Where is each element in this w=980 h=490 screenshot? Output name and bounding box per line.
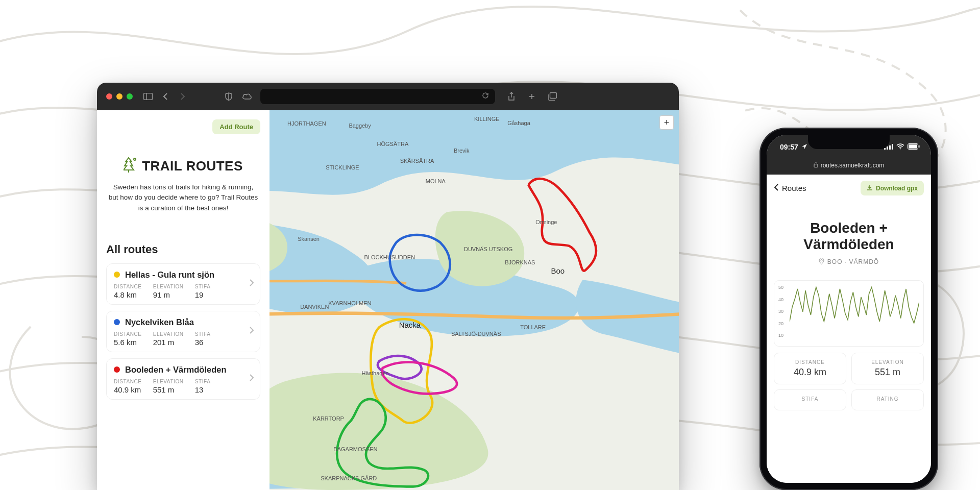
brand: TRAIL ROUTES [106,157,260,175]
browser-window: Add Route TRAIL ROUTES Sweden has tons o… [97,83,679,490]
route-location: BOO · VÄRMDÖ [767,258,931,266]
pin-icon [819,258,824,266]
brand-title: TRAIL ROUTES [142,158,243,174]
reload-icon[interactable] [482,92,489,101]
stat-box: ELEVATION551 m [851,353,924,384]
chart-y-tick: 50 [778,285,783,290]
stifa-label: STIFA [195,284,211,289]
tabs-icon[interactable] [547,91,557,102]
new-tab-icon[interactable] [527,91,537,102]
route-color-dot [114,319,120,325]
svg-point-5 [134,158,136,160]
tagline-text: Sweden has tons of trails for hiking & r… [106,182,260,213]
route-card[interactable]: Hellas - Gula runt sjön DISTANCE4.8 km E… [106,263,260,305]
elevation-line [790,287,919,323]
download-icon [867,184,873,192]
battery-icon [908,143,920,151]
stat-box-value: 40.9 km [780,367,840,378]
window-minimize-button[interactable] [116,93,122,100]
elevation-label: ELEVATION [153,284,184,289]
map-zoom-in-button[interactable]: + [659,115,674,130]
svg-point-11 [900,149,901,150]
lock-icon [814,162,818,169]
stifa-label: STIFA [195,331,211,337]
map-panel[interactable]: + HJORTHAGENBaggebyKILLINGEGåshagaHÖGSÄT… [270,110,679,490]
tree-icon [124,157,137,175]
route-detail-title: Booleden +Värmdöleden [767,220,931,253]
route-name: Nyckelviken Blåa [125,317,194,327]
elevation-chart: 5040302010 [774,280,924,347]
route-location-text: BOO · VÄRMDÖ [827,258,879,265]
route-name: Hellas - Gula runt sjön [125,270,214,280]
elevation-label: ELEVATION [153,331,184,337]
svg-point-16 [821,260,822,261]
window-close-button[interactable] [106,93,112,100]
back-button[interactable]: Routes [774,184,806,192]
svg-rect-0 [144,93,153,100]
svg-rect-8 [887,146,888,150]
stifa-value: 13 [195,385,211,394]
wifi-icon [896,143,904,151]
sidebar-toggle-icon[interactable] [143,91,153,102]
route-color-dot [114,272,120,278]
distance-value: 40.9 km [114,385,142,394]
cloud-icon[interactable] [242,91,252,102]
stifa-value: 36 [195,338,211,347]
mobile-url-bar[interactable]: routes.samuelkraft.com [767,159,931,175]
distance-label: DISTANCE [114,331,142,337]
route-list: Hellas - Gula runt sjön DISTANCE4.8 km E… [106,263,260,400]
chart-y-tick: 40 [778,297,783,302]
address-bar[interactable] [260,89,495,104]
svg-rect-7 [884,148,886,150]
chevron-left-icon [774,184,779,192]
location-arrow-icon [801,143,807,151]
stifa-label: STIFA [195,379,211,384]
elevation-label: ELEVATION [153,379,184,384]
stat-box-label: ELEVATION [858,359,917,365]
svg-rect-15 [814,164,818,167]
svg-rect-14 [919,145,920,148]
stat-box: RATING [851,389,924,410]
stat-box-label: DISTANCE [780,359,840,365]
chevron-right-icon [249,327,254,336]
mobile-content: Routes Download gpx Booleden +Värmdölede… [767,175,931,483]
distance-label: DISTANCE [114,379,142,384]
svg-rect-3 [550,93,557,99]
chart-y-tick: 30 [778,309,783,314]
all-routes-heading: All routes [106,243,260,256]
chart-y-tick: 20 [778,321,783,326]
privacy-shield-icon[interactable] [224,91,234,102]
svg-rect-10 [892,144,893,150]
phone-mockup: 09:57 routes.samuelkraft.com Routes [760,128,938,490]
chevron-right-icon [249,279,254,288]
route-card[interactable]: Booleden + Värmdöleden DISTANCE40.9 km E… [106,358,260,400]
stat-box: DISTANCE40.9 km [774,353,846,384]
elevation-value: 201 m [153,338,184,347]
stat-box-label: STIFA [780,396,840,402]
window-zoom-button[interactable] [127,93,133,100]
back-icon[interactable] [160,91,170,102]
browser-toolbar [97,83,679,110]
route-card[interactable]: Nyckelviken Blåa DISTANCE5.6 km ELEVATIO… [106,311,260,352]
download-gpx-button[interactable]: Download gpx [861,181,924,195]
chart-y-tick: 10 [778,333,783,338]
route-color-dot [114,366,120,373]
phone-notch [808,135,890,149]
mobile-url-text: routes.samuelkraft.com [821,162,885,169]
share-icon[interactable] [506,91,517,102]
distance-value: 5.6 km [114,338,142,347]
stat-box-label: RATING [858,396,917,402]
add-route-button[interactable]: Add Route [212,119,260,134]
svg-rect-13 [909,144,917,149]
forward-icon[interactable] [178,91,188,102]
chevron-right-icon [249,374,254,383]
back-label: Routes [782,184,806,192]
download-label: Download gpx [876,185,918,192]
distance-label: DISTANCE [114,284,142,289]
stat-box-value: 551 m [858,367,917,378]
status-time: 09:57 [780,143,798,151]
distance-value: 4.8 km [114,290,142,299]
window-controls [106,93,133,100]
elevation-value: 91 m [153,290,184,299]
elevation-value: 551 m [153,385,184,394]
